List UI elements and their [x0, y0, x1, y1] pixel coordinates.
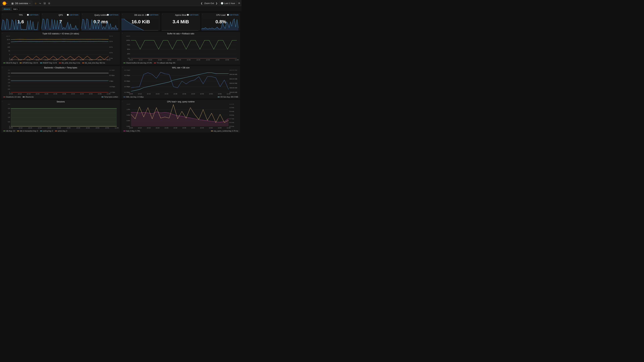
svg-text:309.90 MiB: 309.90 MiB [230, 82, 237, 84]
time-link[interactable]: 🕓Last 6 hours [107, 14, 118, 16]
svg-text:10:30: 10:30 [53, 93, 57, 95]
chart-plot[interactable]: 0.4%0.6%0.8%1.0%1.2%0.5 ms0.6 ms0.7 ms0.… [122, 104, 240, 129]
chart-panel[interactable]: i Sessions 00.51.01.52.02.510:0510:1010:… [1, 100, 120, 133]
info-icon[interactable]: i [2, 100, 2, 102]
zoom-out-button[interactable]: Zoom Out [204, 2, 214, 4]
legend-item[interactable]: idle in transaction Avg: 0 [17, 130, 38, 132]
time-link[interactable]: 🕓Last 6 hours [227, 14, 238, 16]
sparkline [81, 19, 118, 30]
legend-item[interactable]: Temp bytes written [102, 96, 118, 98]
time-back-icon[interactable]: ❮ [201, 2, 202, 4]
chart-panel[interactable]: i WAL rate + DB size 1.0 kBps2.0 kBps3.0… [122, 66, 240, 98]
info-icon[interactable]: i [122, 66, 122, 68]
info-icon[interactable]: i [122, 13, 122, 15]
stat-panel[interactable]: i Approx Bloat 🕓Last 6 hours 3.4 MiB [162, 13, 200, 30]
svg-text:1.5: 1.5 [8, 112, 10, 114]
legend-item[interactable]: DELETE Avg: 0 [3, 62, 18, 64]
legend-item[interactable]: active Avg: 0 [55, 130, 67, 132]
dashboard-title-picker[interactable]: ▦DB overview▾ [10, 1, 32, 6]
svg-text:10:55: 10:55 [218, 93, 222, 95]
svg-text:10:20: 10:20 [156, 93, 160, 95]
svg-text:0 Bps: 0 Bps [109, 80, 113, 82]
svg-text:0.5: 0.5 [8, 121, 10, 123]
legend-item[interactable]: DB Size Avg: 309.9 MiB [218, 96, 238, 98]
info-icon[interactable]: i [122, 100, 122, 102]
chart-legend: load_5 Avg: 0.73%avg_query_runtime Avg: … [122, 129, 240, 133]
legend-item[interactable]: WAL rate Avg: 2.9 kBps [124, 96, 144, 98]
var-dbname-select[interactable]: test ▾ [12, 7, 20, 11]
time-link[interactable]: 🕓Last 6 hours [67, 14, 78, 16]
stat-panel[interactable]: i TPS 🕓Last 6 hours 1.6 [1, 13, 40, 30]
chart-panel[interactable]: i Backends + Deadlocks + Temp bytes 00.5… [1, 66, 120, 98]
svg-text:10:15: 10:15 [147, 93, 150, 95]
svg-text:11:00: 11:00 [106, 93, 110, 95]
info-icon[interactable]: i [2, 32, 2, 34]
svg-text:309.85 MiB: 309.85 MiB [230, 87, 237, 89]
time-link[interactable]: 🕓Last 6 hours [27, 14, 38, 16]
sparkline [162, 19, 198, 30]
grafana-logo[interactable]: ▾ [1, 1, 8, 6]
chart-legend: idle Avg: 2.0idle in transaction Avg: 0w… [1, 129, 120, 133]
save-icon[interactable]: 🖫 [44, 2, 46, 5]
svg-text:25%: 25% [127, 53, 130, 55]
chevron-down-icon: ▾ [17, 8, 18, 10]
time-link[interactable]: 🕓Last 6 hours [147, 14, 158, 16]
chart-plot[interactable]: 01101001 K10 K100 K0 ms1.0 s2.0 s3.0 s4.… [1, 35, 120, 61]
svg-text:10:15: 10:15 [147, 127, 150, 129]
chart-plot[interactable]: 1.0 kBps2.0 kBps3.0 kBps4.0 kBps5.0 kBps… [122, 69, 240, 95]
svg-text:100: 100 [8, 46, 10, 48]
svg-text:2.5: 2.5 [8, 75, 10, 77]
share-icon[interactable]: ↪ [39, 2, 41, 5]
svg-text:10:50: 10:50 [209, 93, 213, 95]
svg-text:10:55: 10:55 [105, 127, 109, 129]
legend-item[interactable]: idle Avg: 2.0 [3, 130, 15, 132]
svg-text:100%: 100% [126, 39, 130, 41]
info-icon[interactable]: i [2, 13, 2, 15]
legend-item[interactable]: load_5 Avg: 0.73% [124, 130, 140, 132]
stat-title: CPU Load [216, 14, 226, 16]
chart-panel[interactable]: i Buffer hit ratio + Rollback ratio 0%25… [122, 32, 240, 64]
stat-panel[interactable]: i DB size ch. 1h 🕓Last 6 hours 16.0 KiB [122, 13, 160, 30]
stat-panel[interactable]: i CPU Load 🕓Last 6 hours 0.8% [202, 13, 240, 30]
chart-title: Backends + Deadlocks + Temp bytes [1, 66, 120, 69]
legend-item[interactable]: blk_read_time Avg: 953 ms [82, 62, 105, 64]
stat-panel[interactable]: i QPS 🕓Last 6 hours 7 [42, 13, 80, 30]
svg-text:10:55: 10:55 [98, 59, 102, 61]
chart-plot[interactable]: 0%25%50%75%100%125%10:0510:1010:1510:201… [122, 35, 240, 61]
legend-item[interactable]: INSERT Avg: 5.4 K [40, 62, 57, 64]
svg-text:0.8 ms: 0.8 ms [230, 114, 234, 116]
svg-text:11:00: 11:00 [226, 93, 230, 95]
star-icon[interactable]: ☆ [34, 2, 37, 5]
info-icon[interactable]: i [2, 66, 2, 68]
chevron-down-icon: ▾ [30, 2, 30, 4]
top-navbar: ▾ ▦DB overview▾ ☆ ↪ 🖫 ⚙ ❮ Zoom Out ❯ 🕓La… [0, 0, 242, 7]
time-fwd-icon[interactable]: ❯ [216, 2, 218, 4]
legend-item[interactable]: Shared buffers hit ratio Avg: 87.8% [124, 62, 152, 64]
chart-plot[interactable]: 00.51.01.52.02.510:0510:1010:1510:2010:2… [1, 104, 120, 129]
chart-panel[interactable]: i CPU load + avg. query runtime 0.4%0.6%… [122, 100, 240, 133]
info-icon[interactable]: i [82, 13, 82, 15]
legend-item[interactable]: blk_write_time Avg: 0 ms [59, 62, 80, 64]
refresh-icon[interactable]: ⟳ [238, 2, 240, 4]
svg-text:10:15: 10:15 [27, 59, 30, 61]
legend-item[interactable]: Deadlocks (1h rate) [3, 96, 21, 98]
chart-plot[interactable]: 00.51.01.52.02.53.03.5-1.0 Bps-0.5 Bps0 … [1, 69, 120, 95]
time-range-picker[interactable]: 🕓Last 1 hour [219, 1, 237, 5]
info-icon[interactable]: i [202, 13, 202, 15]
time-link[interactable]: 🕓Last 6 hours [187, 14, 198, 16]
legend-item[interactable]: UPDATE Avg: 16.8 K [20, 62, 38, 64]
legend-item[interactable]: waiting Avg: 0 [40, 130, 53, 132]
gear-icon[interactable]: ⚙ [48, 2, 50, 5]
info-icon[interactable]: i [42, 13, 42, 15]
legend-item[interactable]: TX rollback ratio Avg: 0% [154, 62, 176, 64]
chart-panel[interactable]: i Tuple IUD statistics + IO times (1h ra… [1, 32, 120, 64]
svg-text:1.0: 1.0 [8, 116, 10, 118]
svg-text:10:25: 10:25 [48, 127, 51, 129]
legend-item[interactable]: #Backends [23, 96, 34, 98]
info-icon[interactable]: i [122, 32, 122, 34]
legend-item[interactable]: avg_query_runtime Avg: 0.78 ms [211, 130, 238, 132]
clock-icon: 🕓 [227, 14, 229, 16]
sparkline [42, 19, 78, 30]
info-icon[interactable]: i [162, 13, 163, 15]
stat-panel[interactable]: i Query runtime 🕓Last 6 hours 0.7 ms [81, 13, 120, 30]
